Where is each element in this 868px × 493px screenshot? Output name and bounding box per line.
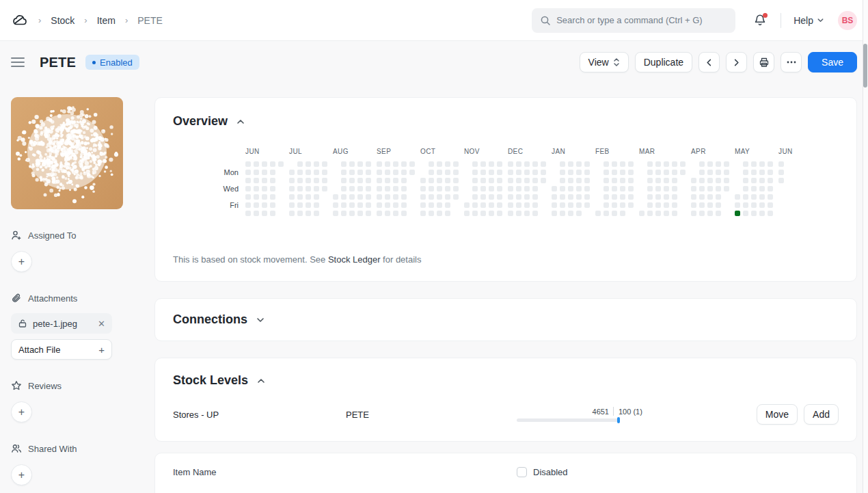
- heatmap-cell: [568, 170, 573, 175]
- view-button[interactable]: View: [580, 52, 629, 72]
- add-share-button[interactable]: +: [11, 464, 32, 485]
- heatmap-cell: [647, 211, 653, 216]
- stock-levels-section-toggle[interactable]: Stock Levels: [173, 373, 839, 388]
- heatmap-cell: [516, 194, 521, 200]
- heatmap-cell: [595, 211, 601, 216]
- heatmap-cell: [262, 194, 267, 200]
- warehouse-name[interactable]: Stores - UP: [173, 410, 346, 420]
- heatmap-cell: [576, 194, 582, 200]
- user-avatar[interactable]: BS: [838, 11, 857, 30]
- add-stock-button[interactable]: Add: [804, 404, 839, 425]
- heatmap-cell: [393, 178, 398, 183]
- heatmap-cell: [349, 170, 355, 175]
- heatmap-cell: [429, 161, 434, 167]
- heatmap-cell: [489, 211, 494, 216]
- heatmap-day-label: [222, 211, 245, 216]
- heatmap-cell: [724, 186, 729, 191]
- connections-section-toggle[interactable]: Connections: [173, 312, 839, 327]
- heatmap-cell: [401, 186, 407, 191]
- heatmap-cell: [541, 170, 546, 175]
- heatmap-cell: [628, 161, 634, 167]
- overview-section-toggle[interactable]: Overview: [173, 114, 839, 129]
- heatmap-cell: [707, 202, 713, 208]
- heatmap-cell: [357, 161, 363, 167]
- breadcrumb-current: PETE: [137, 15, 163, 26]
- heatmap-cell: [349, 186, 355, 191]
- more-options-button[interactable]: [781, 52, 802, 72]
- chevron-down-icon: [817, 16, 824, 24]
- heatmap-cell: [497, 211, 502, 216]
- notifications-button[interactable]: [753, 13, 768, 28]
- heatmap-cell: [297, 170, 303, 175]
- heatmap-cell: [508, 178, 513, 183]
- overview-card: Overview MonWedFri JUNJULAUGSEPOCTNOVDEC…: [154, 97, 857, 282]
- heatmap-cell: [245, 194, 251, 200]
- heatmap-cell: [366, 202, 371, 208]
- heatmap-cell: [497, 161, 502, 167]
- scrollbar-thumb[interactable]: [863, 44, 867, 88]
- heatmap-cell: [768, 170, 773, 175]
- heatmap-cell: [768, 186, 773, 191]
- heatmap-cell: [385, 186, 390, 191]
- remove-attachment-icon[interactable]: ✕: [98, 319, 105, 329]
- heatmap-cell: [620, 170, 625, 175]
- heatmap-cell: [489, 186, 494, 191]
- heatmap-cell: [672, 161, 677, 167]
- heatmap-cell: [603, 186, 609, 191]
- app-logo-icon[interactable]: [11, 12, 29, 29]
- heatmap-cell: [385, 211, 390, 216]
- unlock-icon: [18, 319, 27, 328]
- heatmap-cell: [560, 202, 565, 208]
- heatmap-cell: [297, 161, 303, 167]
- heatmap-cell: [472, 170, 478, 175]
- heatmap-cell: [429, 186, 434, 191]
- heatmap-cell: [464, 202, 470, 208]
- breadcrumb-separator: ›: [38, 15, 41, 25]
- search-input[interactable]: Search or type a command (Ctrl + G): [532, 8, 735, 33]
- next-record-button[interactable]: [726, 52, 747, 72]
- breadcrumb-stock[interactable]: Stock: [51, 15, 74, 26]
- save-button[interactable]: Save: [808, 52, 857, 72]
- disabled-checkbox[interactable]: [517, 467, 527, 477]
- heatmap-cell: [541, 178, 546, 183]
- heatmap-cell: [759, 170, 765, 175]
- sidebar-toggle-button[interactable]: [11, 57, 25, 67]
- heatmap-cell: [385, 178, 390, 183]
- heatmap-cell: [254, 186, 259, 191]
- breadcrumb-item[interactable]: Item: [97, 15, 116, 26]
- stock-ledger-link[interactable]: Stock Ledger: [328, 254, 381, 265]
- item-image[interactable]: [11, 97, 123, 209]
- heatmap-cell: [245, 178, 251, 183]
- heatmap-cell: [603, 194, 609, 200]
- heatmap-month-label: JAN: [552, 148, 590, 157]
- heatmap-cell: [628, 170, 634, 175]
- heatmap-cell: [385, 202, 390, 208]
- help-menu[interactable]: Help: [794, 15, 824, 26]
- heatmap-cell: [751, 202, 757, 208]
- attach-file-button[interactable]: Attach File +: [11, 339, 112, 360]
- heatmap-cell: [289, 178, 295, 183]
- add-assignment-button[interactable]: +: [11, 251, 32, 272]
- print-button[interactable]: [753, 52, 774, 72]
- heatmap-cell: [401, 161, 407, 167]
- heatmap-cell: [647, 202, 653, 208]
- heatmap-cell: [497, 186, 502, 191]
- heatmap-cell: [672, 194, 677, 200]
- heatmap-cell: [516, 178, 521, 183]
- heatmap-month-group: APR: [691, 148, 729, 216]
- add-review-button[interactable]: +: [11, 401, 32, 423]
- view-button-label: View: [588, 57, 609, 68]
- previous-record-button[interactable]: [699, 52, 720, 72]
- attachment-chip[interactable]: pete-1.jpeg ✕: [11, 313, 112, 334]
- page-header: PETE Enabled View Duplicate: [0, 41, 868, 83]
- reserved-qty: 100 (1): [614, 408, 642, 416]
- reviews-section: Reviews: [11, 380, 144, 391]
- heatmap-cell: [560, 211, 565, 216]
- scrollbar-track[interactable]: [863, 0, 868, 493]
- move-stock-button[interactable]: Move: [757, 404, 798, 425]
- duplicate-button[interactable]: Duplicate: [635, 52, 692, 72]
- heatmap-cell: [420, 202, 426, 208]
- heatmap-cell: [768, 211, 773, 216]
- heatmap-cell: [603, 161, 609, 167]
- connections-card: Connections: [154, 298, 857, 341]
